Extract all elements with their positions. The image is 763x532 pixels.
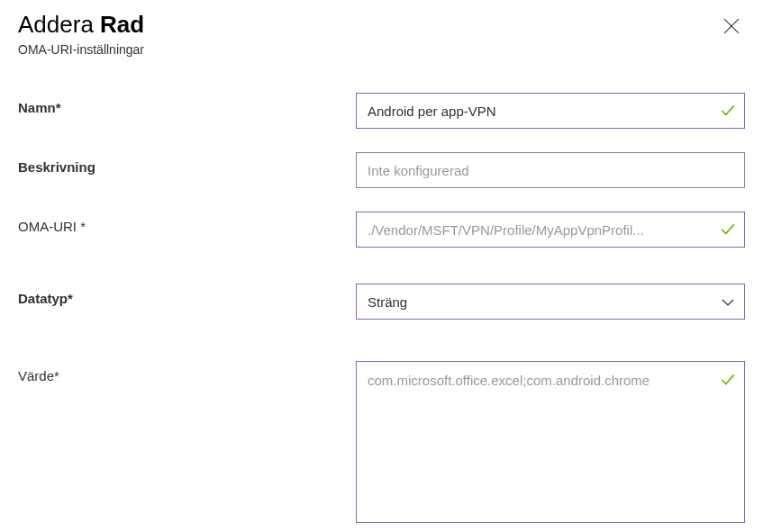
datatype-value: Sträng [368,294,407,310]
form-row-omauri: OMA-URI * [18,212,745,248]
form-row-datatype: Datatyp* Sträng [18,284,745,320]
form-row-value: Värde* com.microsoft.office.excel;com.an… [18,361,745,527]
panel-header: Addera Rad [18,11,745,41]
form-row-description: Beskrivning [18,152,745,188]
label-value: Värde* [18,361,356,383]
form-row-name: Namn* [18,93,745,129]
close-icon [723,18,740,34]
omauri-input[interactable] [356,212,745,248]
datatype-select[interactable]: Sträng [356,284,745,320]
name-input[interactable] [356,93,745,129]
input-wrapper-name [356,93,745,129]
input-wrapper-description [356,152,745,188]
panel-title: Addera Rad [18,11,144,39]
close-button[interactable] [720,14,743,41]
value-textarea[interactable]: com.microsoft.office.excel;com.android.c… [356,361,745,523]
title-prefix: Addera [18,11,94,38]
title-main: Rad [100,11,144,38]
description-input[interactable] [356,152,745,188]
label-omauri: OMA-URI * [18,212,356,234]
input-wrapper-omauri [356,212,745,248]
label-datatype: Datatyp* [18,284,356,306]
panel-subtitle: OMA-URI-inställningar [18,42,745,57]
input-wrapper-datatype: Sträng [356,284,745,320]
label-name: Namn* [18,93,356,115]
label-description: Beskrivning [18,152,356,175]
input-wrapper-value: com.microsoft.office.excel;com.android.c… [356,361,745,527]
